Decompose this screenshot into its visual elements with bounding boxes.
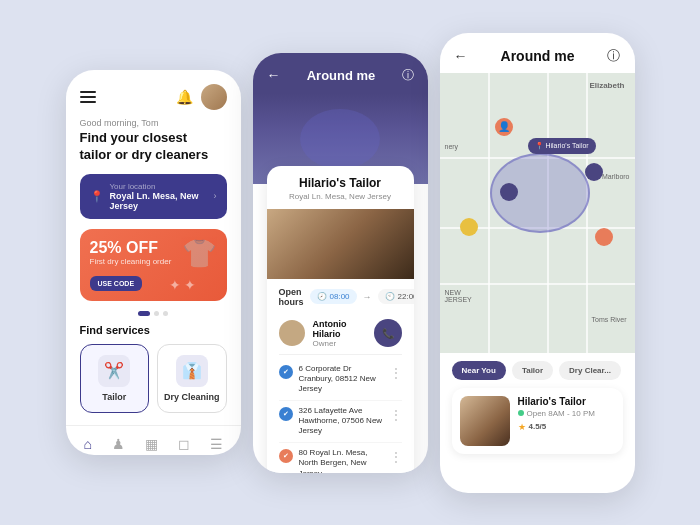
back-button[interactable]: ← — [267, 67, 281, 83]
phone-2: ← Around me ⓘ Hilario's Tailor Royal Ln.… — [253, 53, 428, 473]
location-item-3[interactable]: ✔ 80 Royal Ln. Mesa, North Bergen, New J… — [279, 443, 402, 473]
owner-row: Antonio Hilario Owner 📞 — [267, 313, 414, 354]
phone-3: ← Around me ⓘ 👤 📍 Hilario's Tailor — [440, 33, 635, 493]
nav-profile-icon[interactable]: ♟ — [112, 436, 125, 452]
road-v-3 — [586, 73, 588, 353]
service-dry-cleaning[interactable]: 👔 Dry Cleaning — [157, 344, 227, 413]
chevron-icon: › — [214, 191, 217, 201]
map-label-marlboro: Marlboro — [602, 173, 630, 180]
greeting: Good morning, Tom — [66, 118, 241, 128]
map-label-left: nery — [445, 143, 459, 150]
pin-location-icon: 📍 — [535, 142, 546, 149]
services-grid: ✂️ Tailor 👔 Dry Cleaning — [66, 344, 241, 413]
pin-label: Hilario's Tailor — [545, 142, 588, 149]
map-pin-1[interactable]: 👤 — [495, 118, 513, 136]
loc-addr-3: 80 Royal Ln. Mesa, North Bergen, New Jer… — [299, 448, 384, 473]
result-image-inner — [460, 396, 510, 446]
location-button[interactable]: 📍 Your location Royal Ln. Mesa, New Jers… — [80, 174, 227, 219]
p3-back-button[interactable]: ← — [454, 48, 468, 64]
info-icon[interactable]: ⓘ — [402, 67, 414, 84]
hamburger-menu[interactable] — [80, 91, 96, 103]
location-item-2[interactable]: ✔ 326 Lafayette Ave Hawthorne, 07506 New… — [279, 401, 402, 443]
bell-icon[interactable]: 🔔 — [176, 89, 193, 105]
shirt-icon: 👕 — [182, 237, 217, 270]
nav-menu-icon[interactable]: ☰ — [210, 436, 223, 452]
dot-2[interactable] — [154, 311, 159, 316]
owner-name: Antonio Hilario — [313, 319, 366, 339]
phones-container: 🔔 Good morning, Tom Find your closesttai… — [50, 17, 651, 509]
call-button[interactable]: 📞 — [374, 319, 402, 347]
filter-tailor[interactable]: Tailor — [512, 361, 553, 380]
filter-dry-clean[interactable]: Dry Clear... — [559, 361, 621, 380]
filter-row: Near You Tailor Dry Clear... — [440, 353, 635, 380]
use-code-button[interactable]: USE CODE — [90, 276, 143, 291]
nav-chat-icon[interactable]: ◻ — [178, 436, 190, 452]
promo-banner: 25% OFF First dry cleaning order USE COD… — [80, 229, 227, 301]
promo-stars: ✦ ✦ — [169, 277, 197, 293]
service-tailor[interactable]: ✂️ Tailor — [80, 344, 150, 413]
loc-dot-3: ✔ — [279, 449, 293, 463]
nav-home-icon[interactable]: ⌂ — [83, 436, 91, 452]
map-label-nj: NEWJERSEY — [445, 289, 472, 303]
shop-image-inner — [267, 209, 414, 279]
star-icon: ★ — [518, 422, 526, 432]
dry-cleaning-icon: 👔 — [176, 355, 208, 387]
more-icon-1[interactable]: ⋮ — [390, 366, 402, 380]
location-text: Your location Royal Ln. Mesa, New Jersey — [110, 182, 208, 211]
p3-map: 👤 📍 Hilario's Tailor Elizabeth nery Marl… — [440, 73, 635, 353]
p3-info-icon[interactable]: ⓘ — [607, 47, 620, 65]
map-pin-selected[interactable]: 📍 Hilario's Tailor — [528, 138, 596, 154]
more-icon-2[interactable]: ⋮ — [390, 408, 402, 422]
location-item-1[interactable]: ✔ 6 Corporate Dr Cranbury, 08512 New Jer… — [279, 359, 402, 401]
owner-avatar — [279, 320, 305, 346]
hours-row: Open hours 🕗 08:00 → 🕙 22:00 — [267, 279, 414, 313]
open-time-chip: 🕗 08:00 — [310, 289, 357, 304]
owner-info: Antonio Hilario Owner — [313, 319, 366, 348]
loc-text-1: 6 Corporate Dr Cranbury, 08512 New Jerse… — [299, 364, 384, 395]
map-pin-5[interactable] — [595, 228, 613, 246]
owner-role: Owner — [313, 339, 366, 348]
result-stars: ★ 4.5/5 — [518, 422, 615, 432]
shop-card: Hilario's Tailor Royal Ln. Mesa, New Jer… — [267, 166, 414, 473]
shop-location: Royal Ln. Mesa, New Jersey — [267, 192, 414, 209]
arrow-icon: → — [363, 292, 372, 302]
result-rating: 4.5/5 — [529, 422, 547, 431]
result-info: Hilario's Tailor Open 8AM - 10 PM ★ 4.5/… — [518, 396, 615, 446]
location-list: ✔ 6 Corporate Dr Cranbury, 08512 New Jer… — [267, 355, 414, 473]
avatar[interactable] — [201, 84, 227, 110]
map-pin-3[interactable] — [585, 163, 603, 181]
dot-1[interactable] — [138, 311, 150, 316]
dot-3[interactable] — [163, 311, 168, 316]
road-h-3 — [440, 283, 635, 285]
result-image — [460, 396, 510, 446]
loc-dot-2: ✔ — [279, 407, 293, 421]
nav-orders-icon[interactable]: ▦ — [145, 436, 158, 452]
phone-1: 🔔 Good morning, Tom Find your closesttai… — [66, 70, 241, 455]
tailor-icon: ✂️ — [98, 355, 130, 387]
p3-page-title: Around me — [501, 48, 575, 64]
map-pin-4[interactable] — [460, 218, 478, 236]
p2-header: ← Around me ⓘ — [253, 53, 428, 94]
location-icon: 📍 — [90, 190, 104, 203]
open-time: 08:00 — [330, 292, 350, 301]
filter-near-you[interactable]: Near You — [452, 361, 506, 380]
close-time-chip: 🕙 22:00 — [378, 289, 414, 304]
more-icon-3[interactable]: ⋮ — [390, 450, 402, 464]
page-title: Find your closesttailor or dry cleaners — [66, 130, 241, 164]
loc-text-2: 326 Lafayette Ave Hawthorne, 07506 New J… — [299, 406, 384, 437]
services-title: Find services — [66, 324, 241, 344]
shop-image — [267, 209, 414, 279]
map-blob — [300, 109, 380, 169]
bottom-nav: ⌂ ♟ ▦ ◻ ☰ — [66, 425, 241, 455]
location-label: Your location — [110, 182, 208, 191]
loc-addr-2: 326 Lafayette Ave Hawthorne, 07506 New J… — [299, 406, 384, 437]
phone-icon: 📞 — [382, 328, 394, 339]
map-pin-2[interactable] — [500, 183, 518, 201]
road-v-1 — [488, 73, 490, 353]
loc-text-3: 80 Royal Ln. Mesa, North Bergen, New Jer… — [299, 448, 384, 473]
loc-dot-1: ✔ — [279, 365, 293, 379]
location-value: Royal Ln. Mesa, New Jersey — [110, 191, 208, 211]
result-card[interactable]: Hilario's Tailor Open 8AM - 10 PM ★ 4.5/… — [452, 388, 623, 454]
pin-person-icon: 👤 — [498, 121, 510, 132]
clock-open-icon: 🕗 — [317, 292, 327, 301]
